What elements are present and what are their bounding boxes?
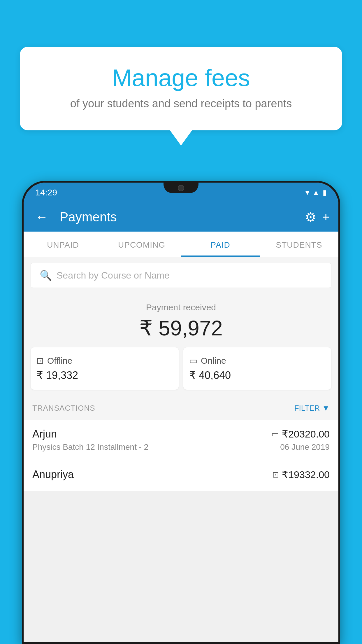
payment-total-amount: ₹ 59,972 [31, 316, 331, 340]
offline-icon: ⊡ [36, 356, 44, 366]
bubble-title: Manage fees [34, 64, 328, 92]
settings-button[interactable]: ⚙ [305, 210, 316, 225]
search-icon: 🔍 [40, 270, 52, 281]
offline-payment-icon-2: ⊡ [272, 470, 279, 480]
app-bar: ← Payments ⚙ + [24, 202, 338, 232]
add-button[interactable]: + [322, 210, 330, 224]
transaction-amount-1: ₹20320.00 [282, 428, 330, 440]
bubble-subtitle: of your students and send receipts to pa… [34, 97, 328, 110]
back-button[interactable]: ← [32, 207, 51, 227]
payment-received-label: Payment received [31, 302, 331, 312]
filter-button[interactable]: FILTER ▼ [294, 404, 330, 413]
phone-frame: 14:29 ▾ ▲ ▮ ← Payments ⚙ + UNPAID UPCOMI… [22, 181, 340, 644]
transaction-row[interactable]: Arjun ▭ ₹20320.00 Physics Batch 12 Insta… [24, 420, 338, 460]
battery-icon: ▮ [323, 188, 327, 197]
tab-paid[interactable]: PAID [181, 232, 260, 257]
transaction-name-1: Arjun [32, 428, 57, 440]
phone-notch [164, 183, 198, 193]
search-container: 🔍 Search by Course or Name [24, 257, 338, 294]
transactions-label: TRANSACTIONS [32, 404, 95, 413]
transaction-amount-2: ₹19332.00 [282, 469, 330, 480]
app-bar-title: Payments [60, 210, 299, 224]
online-payment-icon-1: ▭ [271, 429, 279, 439]
status-icons: ▾ ▲ ▮ [305, 188, 327, 197]
online-amount: ₹ 40,640 [189, 369, 326, 382]
filter-text: FILTER [294, 404, 320, 413]
transaction-name-2: Anupriya [32, 468, 74, 481]
transaction-course-1: Physics Batch 12 Installment - 2 [32, 442, 148, 452]
transaction-bottom-1: Physics Batch 12 Installment - 2 06 June… [32, 442, 330, 452]
tabs: UNPAID UPCOMING PAID STUDENTS [24, 232, 338, 257]
online-payment-card: ▭ Online ₹ 40,640 [183, 347, 331, 390]
transaction-amount-wrap-1: ▭ ₹20320.00 [271, 428, 330, 440]
tab-students[interactable]: STUDENTS [260, 232, 338, 257]
search-bar[interactable]: 🔍 Search by Course or Name [31, 263, 331, 288]
status-time: 14:29 [35, 188, 57, 197]
signal-icon: ▲ [312, 188, 320, 197]
payment-summary: Payment received ₹ 59,972 ⊡ Offline ₹ 19… [24, 294, 338, 397]
transaction-row[interactable]: Anupriya ⊡ ₹19332.00 [24, 460, 338, 491]
online-card-header: ▭ Online [189, 356, 326, 366]
offline-card-header: ⊡ Offline [36, 356, 173, 366]
transaction-top-1: Arjun ▭ ₹20320.00 [32, 428, 330, 440]
transactions-header: TRANSACTIONS FILTER ▼ [24, 397, 338, 420]
online-icon: ▭ [189, 356, 197, 366]
search-placeholder: Search by Course or Name [57, 270, 170, 281]
offline-label: Offline [47, 356, 72, 366]
offline-payment-card: ⊡ Offline ₹ 19,332 [31, 347, 179, 390]
app-bar-actions: ⚙ + [305, 210, 330, 225]
camera [178, 185, 184, 191]
tab-upcoming[interactable]: UPCOMING [102, 232, 181, 257]
phone-screen: 14:29 ▾ ▲ ▮ ← Payments ⚙ + UNPAID UPCOMI… [24, 183, 338, 642]
online-label: Online [201, 356, 226, 366]
promo-bubble: Manage fees of your students and send re… [20, 47, 342, 130]
transaction-amount-wrap-2: ⊡ ₹19332.00 [272, 469, 330, 480]
filter-icon: ▼ [322, 404, 330, 413]
offline-amount: ₹ 19,332 [36, 369, 173, 382]
payment-cards: ⊡ Offline ₹ 19,332 ▭ Online ₹ 40,640 [31, 347, 331, 390]
transaction-date-1: 06 June 2019 [280, 442, 330, 452]
tab-unpaid[interactable]: UNPAID [24, 232, 102, 257]
transaction-top-2: Anupriya ⊡ ₹19332.00 [32, 468, 330, 481]
wifi-icon: ▾ [305, 188, 309, 197]
